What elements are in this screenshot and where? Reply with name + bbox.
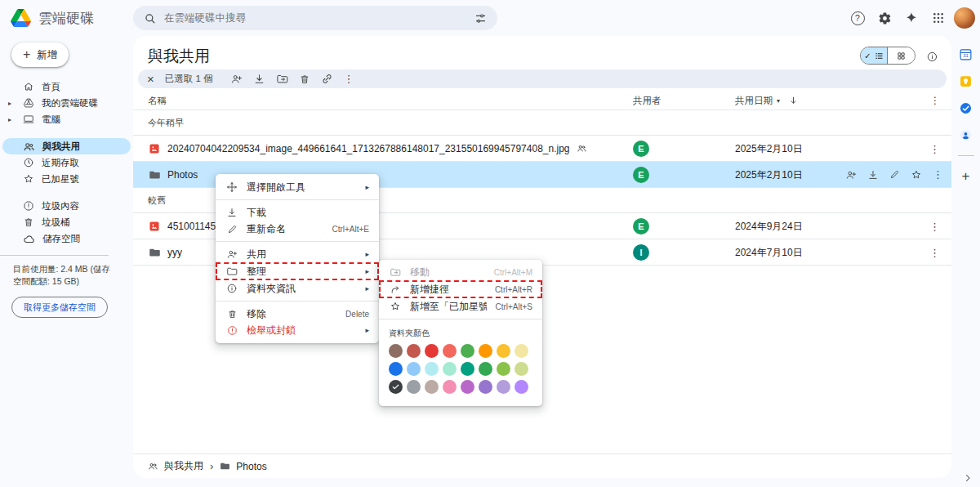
menu-item-download[interactable]: 下載	[216, 204, 379, 221]
folder-color-swatch[interactable]	[514, 380, 528, 394]
folder-color-swatch[interactable]	[461, 362, 474, 376]
clear-selection-button[interactable]: ×	[147, 73, 154, 85]
folder-color-swatch[interactable]	[479, 362, 492, 376]
keep-icon[interactable]	[959, 74, 973, 88]
grid-view-button[interactable]	[888, 47, 915, 64]
sidebar-item-my-drive[interactable]: ▸ 我的雲端硬碟	[2, 95, 131, 111]
list-view-button[interactable]: ✓	[861, 47, 888, 64]
folder-color-swatch[interactable]	[479, 344, 492, 358]
folder-color-swatch[interactable]	[461, 380, 474, 394]
folder-color-swatch[interactable]	[497, 344, 510, 358]
folder-icon	[149, 168, 161, 181]
row-more-button[interactable]: ⋮	[929, 246, 940, 258]
search-options-icon[interactable]	[474, 12, 487, 25]
folder-color-swatch[interactable]	[497, 380, 510, 394]
column-header-name[interactable]: 名稱	[148, 95, 167, 107]
search-input[interactable]	[164, 12, 466, 24]
add-apps-button[interactable]: +	[962, 169, 970, 183]
folder-color-swatch[interactable]	[407, 344, 421, 358]
folder-color-swatch[interactable]	[514, 344, 528, 358]
folder-color-swatch[interactable]	[479, 380, 492, 394]
expand-caret-icon[interactable]: ▸	[8, 100, 11, 107]
row-more-button[interactable]: ⋮	[929, 142, 940, 154]
calendar-icon[interactable]: 31	[959, 47, 973, 61]
sidebar-item-storage[interactable]: 儲存空間	[2, 230, 131, 247]
folder-color-swatch[interactable]	[425, 380, 439, 394]
submenu-arrow-icon: ▸	[365, 326, 369, 334]
apps-grid-button[interactable]	[927, 7, 950, 29]
sidebar-item-spam[interactable]: 垃圾內容	[2, 198, 131, 214]
nav-group-gap	[0, 187, 133, 198]
details-button[interactable]	[920, 45, 943, 68]
trash-button[interactable]	[299, 74, 310, 85]
search-bar[interactable]	[133, 6, 497, 30]
column-header-sharer[interactable]: 共用者	[633, 95, 662, 107]
sidebar-item-home[interactable]: 首頁	[2, 78, 131, 95]
menu-item-label: 下載	[247, 206, 369, 220]
sharer-avatar: E	[633, 167, 649, 183]
star-button[interactable]	[911, 169, 922, 181]
folder-color-swatch[interactable]	[425, 362, 439, 376]
star-icon	[23, 173, 34, 185]
folder-color-swatch[interactable]	[407, 380, 421, 394]
folder-color-swatch-selected[interactable]	[389, 380, 403, 394]
file-row[interactable]: 20240704042209534_image_449661641_171326…	[133, 136, 951, 162]
folder-color-swatch[interactable]	[514, 362, 528, 376]
menu-item-remove[interactable]: 移除 Delete	[216, 306, 379, 322]
sparkle-icon	[905, 11, 918, 25]
menu-item-open-with[interactable]: 選擇開啟工具 ▸	[216, 179, 379, 195]
share-button[interactable]	[845, 169, 857, 181]
gemini-button[interactable]	[900, 7, 923, 29]
help-button[interactable]: ?	[846, 7, 869, 29]
brand[interactable]: 雲端硬碟	[11, 0, 94, 36]
column-header-date[interactable]: 共用日期 ▾	[735, 95, 780, 107]
folder-color-swatch[interactable]	[425, 344, 439, 358]
breadcrumb-root[interactable]: 與我共用	[148, 459, 203, 473]
menu-item-add-shortcut[interactable]: 新增捷徑 Ctrl+Alt+R	[379, 280, 542, 298]
new-button[interactable]: + 新增	[11, 42, 69, 67]
sidebar-item-computers[interactable]: ▸ 電腦	[2, 111, 131, 127]
sidebar-item-recent[interactable]: 近期存取	[2, 154, 131, 171]
move-button[interactable]	[276, 73, 288, 85]
share-button[interactable]	[230, 73, 243, 85]
row-more-button[interactable]: ⋮	[933, 168, 943, 181]
menu-item-move[interactable]: 移動 Ctrl+Alt+M	[379, 264, 542, 280]
menu-item-folder-info[interactable]: 資料夾資訊 ▸	[216, 280, 379, 297]
menu-item-add-to-starred[interactable]: 新增至「已加星號」專區 Ctrl+Alt+S	[379, 298, 542, 315]
tasks-icon[interactable]	[959, 101, 973, 115]
sidebar-item-starred[interactable]: 已加星號	[2, 171, 131, 187]
expand-caret-icon[interactable]: ▸	[8, 116, 11, 123]
rename-button[interactable]	[889, 169, 900, 180]
menu-item-rename[interactable]: 重新命名 Ctrl+Alt+E	[216, 221, 379, 237]
sidebar-item-trash[interactable]: 垃圾桶	[2, 214, 131, 230]
toolbar-more-button[interactable]: ⋮	[344, 73, 354, 85]
menu-item-organize[interactable]: 整理 ▸	[216, 262, 379, 280]
menu-item-report[interactable]: 檢舉或封鎖 ▸	[216, 322, 379, 338]
download-button[interactable]	[867, 169, 879, 181]
sort-direction-button[interactable]	[788, 96, 799, 106]
folder-color-swatch[interactable]	[443, 362, 457, 376]
download-button[interactable]	[253, 73, 265, 85]
folder-color-swatch[interactable]	[389, 362, 403, 376]
collapse-panel-chevron-icon[interactable]	[962, 472, 973, 484]
folder-color-swatch[interactable]	[461, 344, 474, 358]
shared-date: 2024年7月10日	[735, 245, 803, 259]
settings-button[interactable]	[873, 7, 896, 29]
contacts-icon[interactable]	[959, 128, 973, 142]
topbar: 雲端硬碟 ?	[0, 0, 980, 36]
menu-item-label: 新增至「已加星號」專區	[410, 300, 487, 314]
file-name: Photos	[167, 169, 198, 181]
folder-color-swatch[interactable]	[443, 344, 457, 358]
folder-color-swatch[interactable]	[497, 362, 510, 376]
user-avatar[interactable]	[954, 7, 975, 29]
folder-color-swatch[interactable]	[389, 344, 403, 358]
get-more-storage-button[interactable]: 取得更多儲存空間	[11, 297, 108, 318]
header-more-button[interactable]: ⋮	[930, 95, 940, 106]
breadcrumb-current[interactable]: Photos	[220, 461, 266, 472]
folder-color-swatch[interactable]	[443, 380, 457, 394]
folder-color-swatch[interactable]	[407, 362, 421, 376]
sidebar-item-shared-with-me[interactable]: 與我共用	[2, 138, 131, 154]
copy-link-button[interactable]	[321, 73, 333, 85]
menu-item-share[interactable]: 共用 ▸	[216, 246, 379, 262]
row-more-button[interactable]: ⋮	[929, 220, 940, 232]
